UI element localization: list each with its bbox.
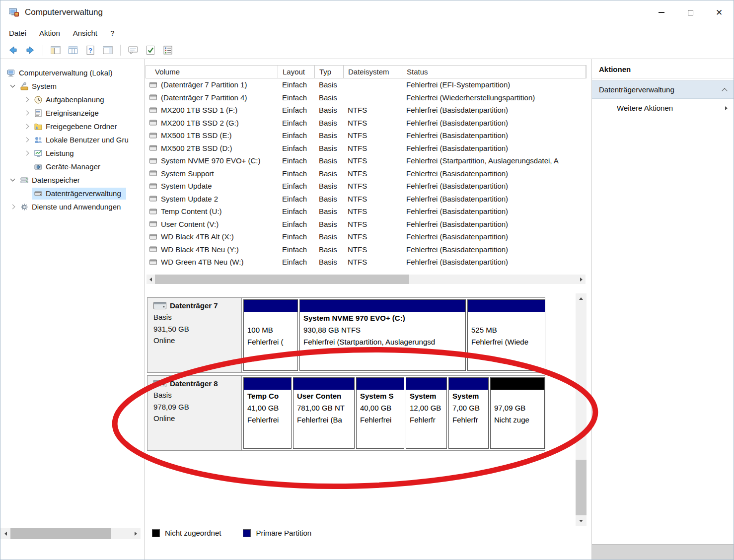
scroll-left-icon[interactable] xyxy=(147,275,155,284)
help-icon[interactable]: ? xyxy=(84,44,97,57)
volume-row[interactable]: Temp Content (U:)EinfachBasisNTFSFehlerf… xyxy=(146,205,587,218)
tree-item-freigegebene-ordner[interactable]: Freigegebene Ordner xyxy=(0,120,144,133)
tree-item-datenspeicher[interactable]: Datenspeicher xyxy=(0,173,144,187)
more-actions[interactable]: Weitere Aktionen xyxy=(592,99,734,117)
chevron-expanded-icon[interactable] xyxy=(10,177,15,182)
column-header-dateisystem[interactable]: Dateisystem xyxy=(344,66,402,78)
partition[interactable]: User Conten781,00 GB NTFehlerfrei (Ba xyxy=(293,377,355,449)
close-button[interactable]: ✕ xyxy=(705,0,734,24)
tree-item-leistung[interactable]: Leistung xyxy=(0,146,144,160)
scroll-right-icon[interactable] xyxy=(577,275,586,284)
chevron-collapsed-icon[interactable] xyxy=(24,138,29,142)
console-tree: Computerverwaltung (Lokal) System Aufgab… xyxy=(0,59,145,560)
volume-row[interactable]: (Datenträger 7 Partition 4)EinfachBasisF… xyxy=(146,91,587,104)
disk-header[interactable]: Datenträger 7Basis931,50 GBOnline xyxy=(147,298,242,372)
storage-icon xyxy=(20,176,29,185)
scroll-right-icon[interactable] xyxy=(131,528,141,539)
volume-status: Fehlerfrei (Basisdatenpartition) xyxy=(402,169,587,178)
tree-item-ereignisanzeige[interactable]: Ereignisanzeige xyxy=(0,106,144,120)
scrollbar-thumb[interactable] xyxy=(155,275,409,284)
partition[interactable]: System NVME 970 EVO+ (C:)930,88 GB NTFSF… xyxy=(299,299,466,371)
partition[interactable]: System7,00 GBFehlerfr xyxy=(448,377,489,449)
tree-item-datentraegerverwaltung[interactable]: Datenträgerverwaltung xyxy=(0,187,144,200)
chevron-collapsed-icon[interactable] xyxy=(24,97,29,102)
column-header-typ[interactable]: Typ xyxy=(315,66,344,78)
volume-filesystem: NTFS xyxy=(343,195,402,203)
tree-item-geraete-manager[interactable]: Geräte-Manager xyxy=(0,160,144,173)
volume-layout: Einfach xyxy=(278,232,314,241)
show-console-tree-icon[interactable] xyxy=(49,44,62,57)
tree-horizontal-scrollbar[interactable] xyxy=(0,528,141,539)
computer-management-window: Computerverwaltung ✕ Datei Aktion Ansich… xyxy=(0,0,734,560)
collapse-icon[interactable] xyxy=(722,88,727,93)
menu-hilfe[interactable]: ? xyxy=(104,24,121,41)
tree-item-system[interactable]: System xyxy=(0,79,144,93)
volume-row[interactable]: MX200 1TB SSD 2 (G:)EinfachBasisNTFSFehl… xyxy=(146,117,587,130)
menu-datei[interactable]: Datei xyxy=(2,24,33,41)
partition[interactable]: System12,00 GBFehlerfr xyxy=(406,377,447,449)
export-list-icon[interactable] xyxy=(67,44,79,57)
column-header-layout[interactable]: Layout xyxy=(278,66,315,78)
partition-color-bar xyxy=(357,378,404,390)
tree-item-dienste-und-anwendungen[interactable]: Dienste und Anwendungen xyxy=(0,200,144,213)
unallocated-swatch xyxy=(152,529,160,537)
partition-size: 41,00 GB xyxy=(247,402,291,414)
partition-unallocated[interactable]: 97,09 GBNicht zuge xyxy=(490,377,545,449)
maximize-button[interactable] xyxy=(676,0,705,24)
show-action-pane-icon[interactable] xyxy=(101,44,114,57)
tree-item-label: Freigegebene Ordner xyxy=(46,122,117,131)
menu-ansicht[interactable]: Ansicht xyxy=(67,24,104,41)
partition[interactable]: Temp Co41,00 GBFehlerfrei xyxy=(243,377,292,449)
chevron-collapsed-icon[interactable] xyxy=(24,111,29,116)
volume-type: Basis xyxy=(314,195,343,203)
scroll-up-icon[interactable] xyxy=(576,293,587,303)
chevron-expanded-icon[interactable] xyxy=(10,83,15,88)
volume-row[interactable]: (Datenträger 7 Partition 1)EinfachBasisF… xyxy=(146,78,587,91)
partition-name: User Conten xyxy=(297,390,354,402)
dialog-icon[interactable] xyxy=(127,44,140,57)
disk-header[interactable]: Datenträger 8Basis978,09 GBOnline xyxy=(147,376,242,450)
volume-row[interactable]: WD Black 4TB Neu (Y:)EinfachBasisNTFSFeh… xyxy=(146,243,587,256)
actions-section-datentraegerverwaltung[interactable]: Datenträgerverwaltung xyxy=(592,80,734,99)
volume-status: Fehlerfrei (Basisdatenpartition) xyxy=(402,182,587,190)
volume-row[interactable]: System Update 2EinfachBasisNTFSFehlerfre… xyxy=(146,193,587,206)
scrollbar-thumb[interactable] xyxy=(10,528,111,539)
scroll-left-icon[interactable] xyxy=(0,528,10,539)
volume-row[interactable]: MX200 1TB SSD 1 (F:)EinfachBasisNTFSFehl… xyxy=(146,104,587,117)
volume-disk-icon xyxy=(149,158,157,164)
volume-status: Fehlerfrei (Basisdatenpartition) xyxy=(402,119,587,127)
volume-row[interactable]: System UpdateEinfachBasisNTFSFehlerfrei … xyxy=(146,180,587,193)
volume-row[interactable]: User Content (V:)EinfachBasisNTFSFehlerf… xyxy=(146,218,587,231)
scrollbar-thumb[interactable] xyxy=(576,460,587,515)
actions-pane: Aktionen Datenträgerverwaltung Weitere A… xyxy=(591,59,734,560)
partition[interactable]: System S40,00 GBFehlerfrei xyxy=(356,377,404,449)
tree-item-aufgabenplanung[interactable]: Aufgabenplanung xyxy=(0,93,144,106)
volume-row[interactable]: MX500 1TB SSD (E:)EinfachBasisNTFSFehler… xyxy=(146,129,587,142)
tree-item-lokale-benutzer[interactable]: Lokale Benutzer und Gru xyxy=(0,133,144,146)
volume-row[interactable]: System SupportEinfachBasisNTFSFehlerfrei… xyxy=(146,167,587,180)
back-icon[interactable] xyxy=(6,44,19,57)
volume-row[interactable]: System NVME 970 EVO+ (C:)EinfachBasisNTF… xyxy=(146,154,587,167)
column-header-status[interactable]: Status xyxy=(402,66,586,78)
disk-size: 978,09 GB xyxy=(153,401,241,413)
column-header-volume[interactable]: Volume xyxy=(146,66,278,78)
tree-item-computerverwaltung-root[interactable]: Computerverwaltung (Lokal) xyxy=(0,66,144,79)
minimize-button[interactable] xyxy=(647,0,676,24)
partition[interactable]: 525 MBFehlerfrei (Wiede xyxy=(467,299,545,371)
graphical-view-vertical-scrollbar[interactable] xyxy=(576,293,587,526)
forward-icon[interactable] xyxy=(24,44,37,57)
partition[interactable]: 100 MBFehlerfrei ( xyxy=(243,299,298,371)
chevron-collapsed-icon[interactable] xyxy=(24,151,29,156)
check-icon[interactable] xyxy=(144,44,157,57)
volume-list-header: Volume Layout Typ Dateisystem Status xyxy=(146,65,587,78)
menu-aktion[interactable]: Aktion xyxy=(33,24,67,41)
volume-list-horizontal-scrollbar[interactable] xyxy=(147,275,586,284)
volume-row[interactable]: WD Green 4TB Neu (W:)EinfachBasisNTFSFeh… xyxy=(146,256,587,269)
chevron-collapsed-icon[interactable] xyxy=(24,124,29,129)
volume-row[interactable]: WD Black 4TB Alt (X:)EinfachBasisNTFSFeh… xyxy=(146,230,587,243)
chevron-collapsed-icon[interactable] xyxy=(10,205,15,210)
volume-row[interactable]: MX500 2TB SSD (D:)EinfachBasisNTFSFehler… xyxy=(146,142,587,155)
volume-layout: Einfach xyxy=(278,119,314,127)
properties-icon[interactable] xyxy=(161,44,174,57)
scroll-down-icon[interactable] xyxy=(576,516,587,526)
